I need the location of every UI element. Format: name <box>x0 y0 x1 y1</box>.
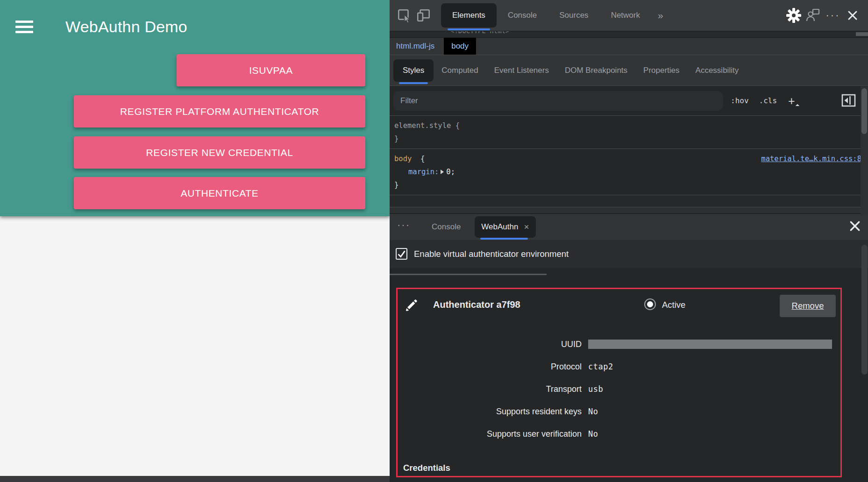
rule-body: material.te…k.min.css:8 body { margin:0;… <box>390 149 868 195</box>
toolbar-right-icons: ··· <box>784 7 868 24</box>
close-drawer-icon[interactable] <box>849 220 861 232</box>
drawer-more-tools-icon[interactable]: ··· <box>390 219 418 235</box>
tab-computed[interactable]: Computed <box>434 59 486 82</box>
settings-gear-icon[interactable] <box>785 7 803 24</box>
panel-gap <box>390 207 868 214</box>
resident-keys-value: No <box>588 407 836 416</box>
active-radio-label: Active <box>662 300 685 310</box>
page-title: WebAuthn Demo <box>65 18 187 36</box>
styles-pane-scrollbar-thumb[interactable] <box>861 88 867 134</box>
register-platform-authenticator-button[interactable]: REGISTER PLATFORM AUTHENTICATOR <box>74 95 365 128</box>
more-tabs-chevron-icon[interactable]: » <box>651 10 670 21</box>
selector-body: body <box>394 155 412 163</box>
styles-filter-row: :hov .cls + <box>390 86 868 116</box>
uuid-label: UUID <box>398 339 582 350</box>
empty-style-section <box>390 195 868 207</box>
authenticator-card: Authenticator a7f98 Active Remove UUID P… <box>396 288 842 477</box>
elements-tree-clipped-row: <!DOCTYPE html> <box>390 31 868 37</box>
devtools-main-tabs: Elements Console Sources Network » <box>441 0 670 31</box>
breadcrumb-html[interactable]: html.mdl-js <box>392 38 438 55</box>
transport-value: usb <box>588 384 836 394</box>
drawer-tab-console[interactable]: Console <box>423 216 469 238</box>
more-options-icon[interactable]: ··· <box>824 7 842 24</box>
edit-authenticator-icon[interactable] <box>405 299 418 312</box>
protocol-label: Protocol <box>398 361 582 372</box>
authenticator-fields: UUID Protocol ctap2 Transport usb Suppor… <box>398 339 836 439</box>
sidebar-pane-toggle-icon[interactable] <box>841 94 856 107</box>
device-toolbar-icon[interactable] <box>415 7 433 24</box>
tab-accessibility[interactable]: Accessibility <box>688 59 747 82</box>
page-header: WebAuthn Demo ISUVPAA REGISTER PLATFORM … <box>0 0 390 216</box>
devtools-toolbar: Elements Console Sources Network » <box>390 0 868 31</box>
transport-label: Transport <box>398 383 582 395</box>
stylesheet-source-link[interactable]: material.te…k.min.css:8 <box>761 152 861 165</box>
tab-sources[interactable]: Sources <box>548 3 599 28</box>
resident-keys-label: Supports resident keys <box>398 406 582 417</box>
active-radio[interactable] <box>644 298 656 310</box>
tab-event-listeners[interactable]: Event Listeners <box>486 59 557 82</box>
tab-console[interactable]: Console <box>497 3 548 28</box>
drawer-horizontal-scrollbar-thumb[interactable] <box>390 274 547 275</box>
scrollbar-corner <box>856 32 868 36</box>
selector-element-style: element.style <box>394 121 451 130</box>
screenshot-root: WebAuthn Demo ISUVPAA REGISTER PLATFORM … <box>0 0 868 482</box>
drawer-tab-bar: ··· Console WebAuthn × <box>390 214 868 240</box>
tab-styles[interactable]: Styles <box>393 59 434 82</box>
page-bottom-strip <box>0 476 390 482</box>
authenticate-button[interactable]: AUTHENTICATE <box>74 177 365 209</box>
toggle-pseudo-hov[interactable]: :hov <box>731 96 749 105</box>
remove-authenticator-button[interactable]: Remove <box>780 295 836 317</box>
close-devtools-icon[interactable] <box>844 7 861 24</box>
credentials-heading: Credentials <box>403 463 450 473</box>
new-style-rule-button[interactable]: + <box>788 96 795 106</box>
virtual-authenticator-toggle-row: Enable virtual authenticator environment <box>390 240 868 268</box>
breadcrumb: html.mdl-js body <box>390 37 868 55</box>
drawer-tab-webauthn[interactable]: WebAuthn × <box>475 216 535 238</box>
css-property-margin[interactable]: margin:0; <box>394 165 863 178</box>
authenticator-title: Authenticator a7f98 <box>433 299 520 310</box>
close-webauthn-tab-icon[interactable]: × <box>524 222 529 232</box>
enable-virtual-authenticator-label: Enable virtual authenticator environment <box>414 240 569 268</box>
tab-dom-breakpoints[interactable]: DOM Breakpoints <box>557 59 635 82</box>
webauthn-demo-page: WebAuthn Demo ISUVPAA REGISTER PLATFORM … <box>0 0 390 482</box>
clipped-dom-text: <!DOCTYPE html> <box>450 31 509 35</box>
register-new-credential-button[interactable]: REGISTER NEW CREDENTIAL <box>74 136 365 169</box>
hamburger-menu-icon[interactable] <box>15 21 33 33</box>
styles-filter-input[interactable] <box>393 91 723 111</box>
styles-sidebar-tabs: Styles Computed Event Listeners DOM Brea… <box>390 55 868 86</box>
user-verification-value: No <box>588 429 836 439</box>
toggle-element-classes[interactable]: .cls <box>759 96 777 105</box>
send-feedback-icon[interactable] <box>804 7 822 24</box>
tab-network[interactable]: Network <box>600 3 651 28</box>
rule-element-style: element.style { } <box>390 116 868 149</box>
uuid-redacted-bar <box>588 340 832 349</box>
breadcrumb-body[interactable]: body <box>444 38 476 55</box>
user-verification-label: Supports user verification <box>398 428 582 439</box>
enable-virtual-authenticator-checkbox[interactable] <box>396 248 407 260</box>
uuid-value-redacted <box>588 340 836 349</box>
isuvpaa-button[interactable]: ISUVPAA <box>177 54 365 86</box>
drawer-vertical-scrollbar-thumb[interactable] <box>861 245 868 375</box>
tab-elements[interactable]: Elements <box>441 3 497 28</box>
expand-shorthand-icon[interactable] <box>441 170 444 174</box>
protocol-value: ctap2 <box>588 362 836 371</box>
devtools-panel: Elements Console Sources Network » <box>390 0 868 482</box>
styles-pane-scrollbar[interactable] <box>861 86 868 215</box>
inspect-element-icon[interactable] <box>395 7 413 24</box>
tab-properties[interactable]: Properties <box>635 59 687 82</box>
